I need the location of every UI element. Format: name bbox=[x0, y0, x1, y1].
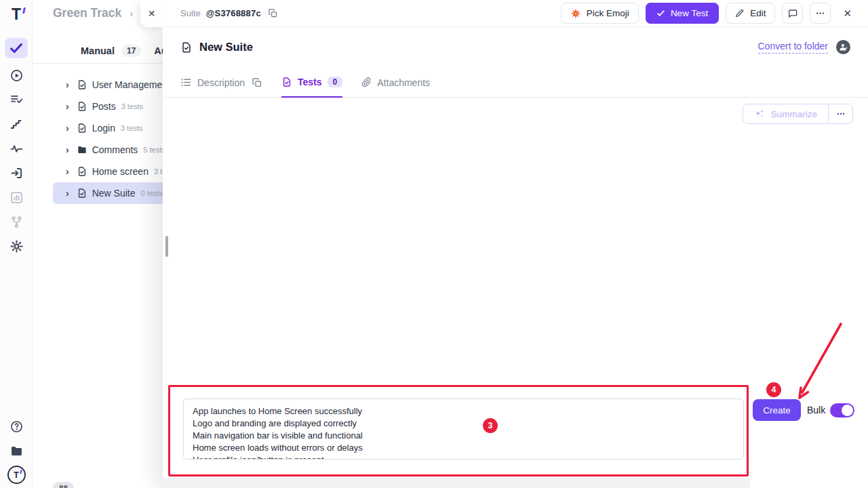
close-drawer-icon[interactable]: ✕ bbox=[843, 7, 852, 20]
edit-label: Edit bbox=[750, 8, 766, 18]
nav-steps[interactable] bbox=[0, 114, 33, 134]
nav-branches[interactable] bbox=[0, 211, 33, 232]
suite-title: New Suite bbox=[199, 41, 253, 54]
scrollbar-thumb[interactable] bbox=[165, 236, 168, 257]
workspace-logo[interactable]: T bbox=[0, 464, 33, 485]
nav-help[interactable] bbox=[0, 416, 33, 436]
new-test-button[interactable]: New Test bbox=[646, 3, 719, 24]
suite-file-icon bbox=[281, 77, 292, 87]
nav-projects[interactable] bbox=[0, 441, 33, 461]
tree-item-label: Home screen bbox=[92, 166, 149, 177]
bottom-badge[interactable]: 88 bbox=[53, 482, 74, 488]
nav-runs[interactable] bbox=[0, 65, 33, 85]
tree-item-label: Comments bbox=[92, 144, 138, 155]
entity-type-label: Suite bbox=[180, 8, 201, 18]
chevron-right-icon[interactable]: › bbox=[66, 145, 69, 155]
tests-count-badge: 0 bbox=[328, 77, 343, 87]
drawer-tabs: Description Tests 0 Attachments bbox=[163, 77, 868, 98]
paperclip-icon bbox=[361, 77, 372, 87]
toggle-knob bbox=[842, 405, 853, 416]
tree-item-label: User Management bbox=[92, 79, 170, 90]
suite-file-icon bbox=[77, 123, 87, 134]
summarize-label: Summarize bbox=[771, 109, 817, 119]
chevron-right-icon[interactable]: › bbox=[66, 188, 69, 198]
tree-item-label: New Suite bbox=[92, 188, 136, 199]
summarize-split-button: Summarize bbox=[743, 104, 853, 124]
folder-icon bbox=[9, 444, 24, 458]
chevron-right-icon[interactable]: › bbox=[66, 123, 69, 133]
edit-button[interactable]: Edit bbox=[726, 3, 775, 24]
list-icon bbox=[180, 77, 192, 88]
convert-to-folder-link[interactable]: Convert to folder bbox=[758, 41, 829, 54]
drawer-close-button[interactable]: ✕ bbox=[140, 0, 163, 27]
suite-file-icon bbox=[77, 101, 87, 112]
bulk-toggle[interactable] bbox=[830, 403, 854, 418]
summarize-button[interactable]: Summarize bbox=[743, 104, 828, 123]
copy-id-icon[interactable] bbox=[268, 8, 278, 18]
more-actions-button[interactable] bbox=[810, 3, 831, 24]
nav-import[interactable] bbox=[0, 163, 33, 183]
suites-panel: Green Track › Manual 17 Automated › User… bbox=[33, 0, 168, 488]
tree-item-count: 3 tests bbox=[121, 102, 143, 110]
pulse-icon bbox=[9, 142, 24, 156]
tab-tests[interactable]: Tests 0 bbox=[281, 77, 342, 98]
chevron-right-icon[interactable]: › bbox=[66, 80, 69, 89]
comments-button[interactable] bbox=[782, 3, 803, 24]
suite-drawer: ✕ Suite @S3768887c Pick Emoji New Test E… bbox=[163, 0, 868, 488]
nav-tests-active[interactable] bbox=[5, 38, 28, 58]
backdrop-strip bbox=[163, 478, 750, 488]
suite-file-icon bbox=[77, 166, 87, 177]
ellipsis-icon bbox=[836, 109, 846, 119]
bulk-toggle-label: Bulk bbox=[807, 405, 825, 415]
pick-emoji-label: Pick Emoji bbox=[587, 8, 629, 18]
tree-item-count: 3 tests bbox=[121, 124, 142, 132]
pick-emoji-button[interactable]: Pick Emoji bbox=[561, 3, 639, 24]
logo-circle-icon: T bbox=[7, 466, 26, 484]
drawer-topbar: Suite @S3768887c Pick Emoji New Test Edi… bbox=[163, 0, 868, 27]
close-icon: ✕ bbox=[148, 8, 156, 19]
tree-item-label: Posts bbox=[92, 101, 116, 112]
tab-tests-label: Tests bbox=[298, 77, 322, 87]
app-logo[interactable]: T bbox=[0, 4, 33, 24]
ellipsis-icon bbox=[815, 8, 825, 18]
chat-bubble-icon bbox=[787, 8, 798, 19]
logo-t-icon: T bbox=[12, 7, 21, 22]
tab-attachments-label: Attachments bbox=[377, 77, 430, 88]
tree-item-label: Login bbox=[92, 123, 115, 134]
collision-emoji-icon bbox=[570, 8, 581, 19]
tab-description[interactable]: Description bbox=[180, 77, 262, 97]
nav-reports[interactable] bbox=[0, 187, 33, 207]
chevron-right-icon[interactable]: › bbox=[66, 167, 69, 176]
copy-description-icon[interactable] bbox=[252, 77, 262, 88]
stairs-icon bbox=[9, 117, 23, 131]
sign-in-icon bbox=[9, 166, 24, 180]
sparkles-icon bbox=[754, 108, 765, 119]
check-icon bbox=[9, 41, 24, 56]
chevron-right-icon: › bbox=[130, 7, 133, 19]
tree-item-count: 5 tests bbox=[143, 146, 165, 154]
gear-icon bbox=[9, 239, 24, 253]
nav-plans[interactable] bbox=[0, 89, 33, 110]
icon-rail: T T bbox=[0, 0, 33, 488]
help-icon bbox=[9, 420, 24, 434]
new-test-label: New Test bbox=[671, 8, 708, 18]
summarize-more-button[interactable] bbox=[828, 104, 852, 123]
project-breadcrumb[interactable]: Green Track bbox=[53, 6, 121, 20]
pencil-icon bbox=[735, 9, 745, 18]
tab-attachments[interactable]: Attachments bbox=[361, 77, 430, 97]
user-check-icon bbox=[838, 42, 848, 52]
create-button[interactable]: Create bbox=[753, 399, 801, 421]
nav-settings[interactable] bbox=[0, 236, 33, 256]
suite-file-icon bbox=[77, 79, 87, 90]
list-check-icon bbox=[9, 93, 24, 107]
assignee-avatar[interactable] bbox=[836, 40, 850, 54]
tab-description-label: Description bbox=[197, 77, 245, 88]
chevron-right-icon[interactable]: › bbox=[66, 102, 69, 111]
bar-chart-icon bbox=[9, 190, 24, 205]
bulk-tests-input[interactable]: App launches to Home Screen successfully… bbox=[183, 399, 744, 460]
nav-analytics[interactable] bbox=[0, 138, 33, 159]
check-icon bbox=[656, 9, 665, 18]
git-branch-icon bbox=[9, 215, 24, 229]
suite-id: @S3768887c bbox=[206, 8, 261, 18]
tab-manual[interactable]: Manual bbox=[81, 45, 115, 56]
